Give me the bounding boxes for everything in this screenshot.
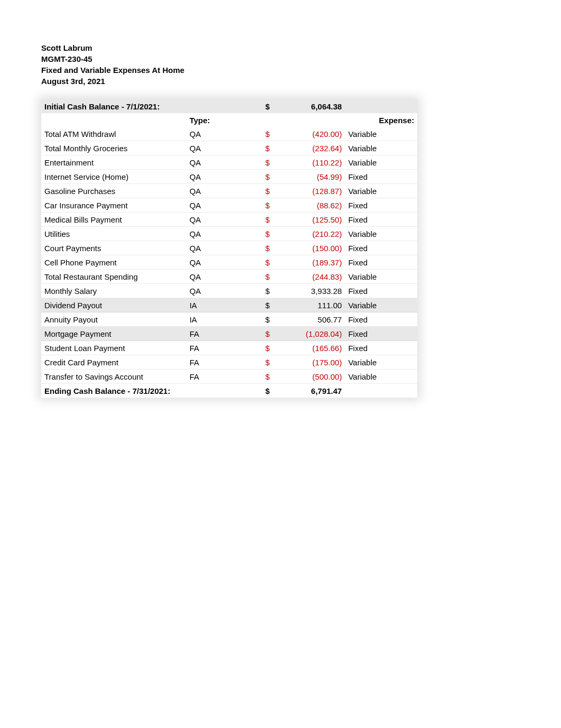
- dollar-sign: $: [262, 198, 282, 213]
- dollar-sign: $: [262, 155, 282, 170]
- row-amount: (110.22): [283, 155, 345, 170]
- row-description: Car Insurance Payment: [41, 198, 186, 213]
- row-expense-type: Fixed: [345, 255, 417, 270]
- row-type: FA: [186, 341, 263, 355]
- header-course: MGMT-230-45: [41, 53, 520, 64]
- row-amount: (244.83): [283, 270, 345, 284]
- table-row: Court PaymentsQA$(150.00)Fixed: [41, 241, 417, 255]
- row-amount: (420.00): [283, 127, 345, 141]
- table-row: Mortgage PaymentFA$(1,028.04)Fixed: [41, 327, 417, 341]
- table-row: EntertainmentQA$(110.22)Variable: [41, 155, 417, 170]
- row-amount: (128.87): [283, 184, 345, 198]
- table-row: Total Monthly GroceriesQA$(232.64)Variab…: [41, 141, 417, 155]
- dollar-sign: $: [262, 312, 282, 327]
- ending-balance-amount: 6,791.47: [283, 384, 345, 398]
- header-name: Scott Labrum: [41, 42, 520, 53]
- row-description: Total Restaurant Spending: [41, 270, 186, 284]
- table-row: Medical Bills PaymentQA$(125.50)Fixed: [41, 213, 417, 227]
- row-amount: (232.64): [283, 141, 345, 155]
- expense-header: Expense:: [345, 113, 417, 127]
- row-type: QA: [186, 155, 263, 170]
- table-row: Total Restaurant SpendingQA$(244.83)Vari…: [41, 270, 417, 284]
- dollar-sign: $: [262, 298, 282, 312]
- row-expense-type: Variable: [345, 298, 417, 312]
- table-row: Student Loan PaymentFA$(165.66)Fixed: [41, 341, 417, 355]
- table-row: Credit Card PaymentFA$(175.00)Variable: [41, 355, 417, 370]
- document-header: Scott Labrum MGMT-230-45 Fixed and Varia…: [41, 42, 520, 87]
- row-amount: 506.77: [283, 312, 345, 327]
- row-type: IA: [186, 312, 263, 327]
- dollar-sign: $: [262, 284, 282, 298]
- row-expense-type: Fixed: [345, 341, 417, 355]
- dollar-sign: $: [262, 170, 282, 184]
- dollar-sign: $: [262, 127, 282, 141]
- row-expense-type: Variable: [345, 370, 417, 384]
- row-description: Total ATM Withdrawl: [41, 127, 186, 141]
- row-expense-type: Variable: [345, 141, 417, 155]
- initial-balance-amount: 6,064.38: [283, 99, 345, 113]
- row-expense-type: Fixed: [345, 327, 417, 341]
- dollar-sign: $: [262, 270, 282, 284]
- ending-balance-label: Ending Cash Balance - 7/31/2021:: [41, 384, 186, 398]
- header-title: Fixed and Variable Expenses At Home: [41, 64, 520, 76]
- initial-balance-row: Initial Cash Balance - 7/1/2021: $ 6,064…: [41, 99, 417, 113]
- row-description: Student Loan Payment: [41, 341, 186, 355]
- dollar-sign: $: [262, 141, 282, 155]
- ending-balance-row: Ending Cash Balance - 7/31/2021:$6,791.4…: [41, 384, 417, 398]
- row-amount: (210.22): [283, 227, 345, 241]
- row-expense-type: Fixed: [345, 241, 417, 255]
- row-type: QA: [186, 184, 263, 198]
- row-amount: (54.99): [283, 170, 345, 184]
- row-description: Annuity Payout: [41, 312, 186, 327]
- row-description: Gasoline Purchases: [41, 184, 186, 198]
- row-type: FA: [186, 355, 263, 370]
- table-row: Car Insurance PaymentQA$(88.62)Fixed: [41, 198, 417, 213]
- row-type: QA: [186, 284, 263, 298]
- row-amount: (1,028.04): [283, 327, 345, 341]
- dollar-sign: $: [262, 99, 282, 113]
- row-description: Monthly Salary: [41, 284, 186, 298]
- row-type: QA: [186, 170, 263, 184]
- row-type: QA: [186, 270, 263, 284]
- table-row: Dividend PayoutIA$111.00Variable: [41, 298, 417, 312]
- row-description: Total Monthly Groceries: [41, 141, 186, 155]
- header-date: August 3rd, 2021: [41, 76, 520, 87]
- dollar-sign: $: [262, 370, 282, 384]
- row-type: FA: [186, 370, 263, 384]
- column-headers-row: Type: Expense:: [41, 113, 417, 127]
- initial-balance-label: Initial Cash Balance - 7/1/2021:: [41, 99, 186, 113]
- row-type: QA: [186, 213, 263, 227]
- table-row: Annuity PayoutIA$506.77Fixed: [41, 312, 417, 327]
- table-row: Cell Phone PaymentQA$(189.37)Fixed: [41, 255, 417, 270]
- row-amount: 111.00: [283, 298, 345, 312]
- row-amount: (189.37): [283, 255, 345, 270]
- row-amount: (88.62): [283, 198, 345, 213]
- row-expense-type: Variable: [345, 227, 417, 241]
- type-header: Type:: [186, 113, 263, 127]
- row-amount: (150.00): [283, 241, 345, 255]
- dollar-sign: $: [262, 384, 282, 398]
- row-type: FA: [186, 327, 263, 341]
- dollar-sign: $: [262, 241, 282, 255]
- table-row: Internet Service (Home)QA$(54.99)Fixed: [41, 170, 417, 184]
- row-expense-type: Fixed: [345, 284, 417, 298]
- row-amount: (175.00): [283, 355, 345, 370]
- row-description: Court Payments: [41, 241, 186, 255]
- row-type: QA: [186, 127, 263, 141]
- table-row: Transfer to Savings AccountFA$(500.00)Va…: [41, 370, 417, 384]
- row-type: QA: [186, 141, 263, 155]
- row-amount: (165.66): [283, 341, 345, 355]
- dollar-sign: $: [262, 355, 282, 370]
- row-description: Mortgage Payment: [41, 327, 186, 341]
- table-row: Monthly SalaryQA$3,933.28Fixed: [41, 284, 417, 298]
- table-row: Total ATM WithdrawlQA$(420.00)Variable: [41, 127, 417, 141]
- row-description: Credit Card Payment: [41, 355, 186, 370]
- dollar-sign: $: [262, 255, 282, 270]
- row-type: QA: [186, 255, 263, 270]
- row-expense-type: Fixed: [345, 312, 417, 327]
- row-expense-type: Variable: [345, 155, 417, 170]
- row-description: Entertainment: [41, 155, 186, 170]
- row-type: QA: [186, 227, 263, 241]
- row-amount: (125.50): [283, 213, 345, 227]
- row-expense-type: Variable: [345, 184, 417, 198]
